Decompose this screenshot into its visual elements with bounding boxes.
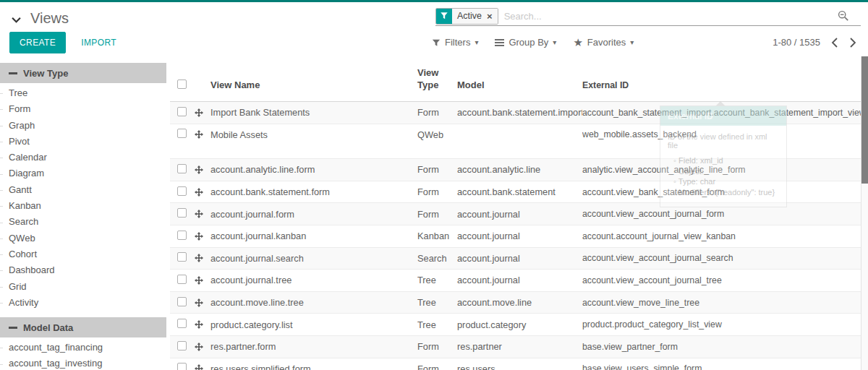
- row-checkbox[interactable]: [177, 186, 187, 196]
- model-cell: res.users: [457, 363, 582, 370]
- sidebar-item[interactable]: Graph: [0, 118, 166, 134]
- tooltip-title: External ID: [660, 106, 786, 126]
- view-type-cell: Form: [417, 341, 457, 352]
- model-cell: account.bank.statement: [457, 186, 582, 197]
- drag-handle-icon[interactable]: [195, 364, 203, 370]
- row-checkbox[interactable]: [177, 231, 187, 240]
- import-button[interactable]: IMPORT: [77, 37, 121, 48]
- group-by-label: Group By: [509, 37, 548, 48]
- row-checkbox[interactable]: [177, 341, 187, 350]
- scrollbar-thumb[interactable]: [861, 56, 868, 184]
- select-all-checkbox[interactable]: [177, 79, 187, 89]
- row-checkbox[interactable]: [177, 297, 187, 306]
- tooltip-modifiers: Modifiers: {"readonly": true}: [673, 187, 780, 198]
- table-row[interactable]: product.category.listTreeproduct.categor…: [170, 313, 861, 335]
- row-drag-cell: [195, 108, 210, 117]
- drag-handle-icon[interactable]: [195, 108, 203, 117]
- column-header-external-id[interactable]: External ID: [582, 79, 861, 101]
- sidebar-item[interactable]: Search: [0, 214, 166, 230]
- favorites-dropdown[interactable]: ★ Favorites ▾: [573, 37, 634, 48]
- search-icon[interactable]: [838, 10, 849, 22]
- filters-label: Filters: [445, 37, 470, 48]
- sidebar-section-header: Model Data: [0, 317, 166, 337]
- view-type-cell: QWeb: [417, 129, 457, 140]
- drag-handle-icon[interactable]: [195, 210, 203, 218]
- table-row[interactable]: account.journal.searchSearchaccount.jour…: [170, 247, 861, 270]
- row-checkbox[interactable]: [177, 164, 187, 173]
- row-checkbox-cell: [170, 275, 195, 286]
- row-checkbox[interactable]: [177, 363, 187, 370]
- sidebar-item[interactable]: Pivot: [0, 134, 166, 150]
- facet-remove-icon[interactable]: ×: [487, 12, 493, 21]
- sidebar-section-header: View Type: [0, 63, 166, 83]
- row-drag-cell: [195, 130, 210, 139]
- sidebar-item[interactable]: Cohort: [0, 246, 166, 262]
- vertical-scrollbar[interactable]: [861, 56, 868, 370]
- table-row[interactable]: account.journal.kanbanKanbanaccount.jour…: [170, 225, 861, 247]
- search-input[interactable]: [498, 11, 838, 22]
- row-checkbox[interactable]: [177, 107, 187, 116]
- drag-handle-icon[interactable]: [195, 320, 203, 329]
- pager-next-icon[interactable]: [849, 38, 856, 48]
- table-row[interactable]: res.users.simplified.formFormres.usersba…: [170, 358, 861, 370]
- row-checkbox-cell: [170, 231, 195, 242]
- sidebar-item[interactable]: QWeb: [0, 231, 166, 246]
- sidebar-item[interactable]: Activity: [0, 295, 166, 311]
- minus-icon: [9, 72, 17, 74]
- sidebar-item[interactable]: Form: [0, 101, 166, 117]
- sidebar-item[interactable]: Dashboard: [0, 262, 166, 278]
- facet-body: Active ×: [452, 9, 498, 24]
- group-by-dropdown[interactable]: Group By ▾: [495, 37, 556, 48]
- sidebar-item[interactable]: Gantt: [0, 182, 166, 198]
- row-drag-cell: [195, 188, 210, 197]
- model-cell: account.bank.statement.import: [457, 107, 582, 118]
- sidebar-item[interactable]: Kanban: [0, 198, 166, 214]
- view-type-cell: Tree: [417, 297, 457, 308]
- row-checkbox[interactable]: [177, 319, 187, 328]
- sidebar-item[interactable]: Calendar: [0, 150, 166, 165]
- row-drag-cell: [195, 364, 210, 370]
- drag-handle-icon[interactable]: [195, 188, 203, 197]
- view-name-cell: res.partner.form: [210, 341, 417, 352]
- drag-handle-icon[interactable]: [195, 165, 203, 174]
- chevron-down-icon[interactable]: [12, 17, 21, 23]
- table-row[interactable]: res.partner.formFormres.partnerbase.view…: [170, 335, 861, 358]
- view-name-cell: account.move.line.tree: [210, 297, 417, 308]
- drag-handle-icon[interactable]: [195, 343, 203, 351]
- view-type-cell: Tree: [417, 319, 457, 330]
- table-row[interactable]: account.move.line.treeTreeaccount.move.l…: [170, 291, 861, 314]
- drag-handle-icon[interactable]: [195, 232, 203, 241]
- column-header-view-name[interactable]: View Name: [210, 79, 417, 101]
- sidebar-item[interactable]: Grid: [0, 279, 166, 295]
- row-checkbox-cell: [170, 363, 195, 370]
- column-header-model[interactable]: Model: [457, 79, 582, 101]
- sidebar-item[interactable]: Tree: [0, 85, 166, 101]
- sidebar-item[interactable]: account_tag_financing: [0, 340, 166, 356]
- facet-label: Active: [457, 11, 482, 21]
- create-button[interactable]: CREATE: [9, 32, 66, 53]
- sidebar-item[interactable]: Diagram: [0, 165, 166, 181]
- model-cell: account.analytic.line: [457, 164, 582, 175]
- tooltip-detail-list: Field: xml_id Object: Type: char Modifie…: [660, 155, 786, 197]
- row-drag-cell: [195, 165, 210, 174]
- breadcrumb: Views: [12, 10, 69, 27]
- row-checkbox[interactable]: [177, 252, 187, 262]
- page-title: Views: [30, 10, 69, 27]
- external-id-cell: base.view_partner_form: [582, 342, 861, 352]
- row-drag-cell: [195, 232, 210, 241]
- pager-previous-icon[interactable]: [831, 38, 838, 48]
- row-checkbox[interactable]: [177, 208, 187, 218]
- filters-dropdown[interactable]: Filters ▾: [432, 37, 478, 48]
- caret-down-icon: ▾: [630, 39, 634, 46]
- row-checkbox[interactable]: [177, 275, 187, 284]
- drag-handle-icon[interactable]: [195, 276, 203, 285]
- favorites-label: Favorites: [587, 37, 626, 48]
- row-checkbox[interactable]: [177, 129, 187, 138]
- drag-handle-icon[interactable]: [195, 254, 203, 262]
- drag-handle-icon[interactable]: [195, 130, 203, 139]
- search-facet-active: Active ×: [435, 8, 498, 25]
- drag-handle-icon[interactable]: [195, 298, 203, 307]
- column-header-view-type[interactable]: View Type: [417, 66, 457, 101]
- table-row[interactable]: account.journal.treeTreeaccount.journala…: [170, 269, 861, 291]
- sidebar-item[interactable]: account_tag_investing: [0, 356, 166, 370]
